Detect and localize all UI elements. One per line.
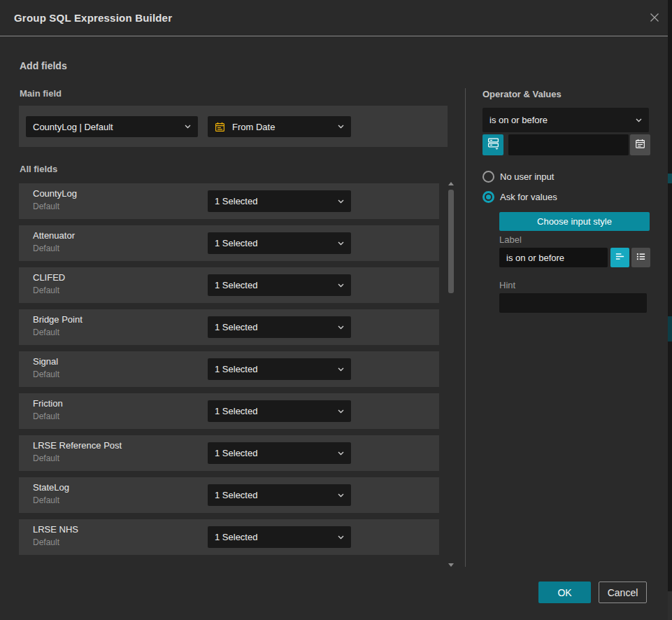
field-sublabel: Default: [33, 537, 78, 547]
all-fields-list: CountyLog Default 1 Selected Attenuator …: [19, 183, 439, 561]
hint-input[interactable]: [499, 293, 647, 313]
chevron-down-icon: [338, 367, 344, 372]
field-selection-value: 1 Selected: [215, 238, 334, 248]
field-selection-value: 1 Selected: [215, 490, 334, 500]
field-selection-dropdown[interactable]: 1 Selected: [208, 190, 351, 212]
field-row-text: Signal Default: [33, 356, 59, 379]
field-row: Signal Default 1 Selected: [19, 351, 439, 387]
main-field-row: CountyLog | Default From Date: [19, 106, 448, 147]
field-sublabel: Default: [33, 369, 59, 379]
field-selection-value: 1 Selected: [215, 280, 334, 290]
field-name: Friction: [33, 398, 63, 409]
hint-field-label: Hint: [499, 280, 515, 290]
panel-divider: [465, 88, 466, 567]
field-row: LRSE NHS Default 1 Selected: [19, 519, 439, 555]
unique-values-icon: [487, 137, 499, 153]
field-selection-value: 1 Selected: [215, 448, 334, 458]
field-row-text: LRSE Reference Post Default: [33, 440, 122, 463]
field-selection-dropdown[interactable]: 1 Selected: [208, 316, 351, 338]
main-field-label: Main field: [20, 88, 62, 99]
chevron-down-icon: [338, 125, 344, 129]
field-sublabel: Default: [33, 244, 75, 253]
field-name: LRSE Reference Post: [33, 440, 122, 451]
field-name: StateLog: [33, 482, 69, 493]
label-field-label: Label: [499, 234, 522, 245]
field-row: CountyLog Default 1 Selected: [19, 183, 439, 219]
scroll-up-arrow-icon[interactable]: [448, 182, 454, 185]
field-name: LRSE NHS: [33, 524, 78, 535]
field-selection-dropdown[interactable]: 1 Selected: [208, 484, 351, 506]
chevron-down-icon: [338, 409, 344, 414]
date-picker-button[interactable]: [630, 134, 650, 155]
field-row: Friction Default 1 Selected: [19, 393, 439, 429]
field-name: Bridge Point: [33, 314, 83, 325]
field-selection-value: 1 Selected: [215, 532, 334, 542]
scrollbar-thumb[interactable]: [448, 190, 454, 293]
field-selection-dropdown[interactable]: 1 Selected: [208, 442, 351, 464]
field-row-text: CLIFED Default: [33, 272, 65, 295]
field-selection-value: 1 Selected: [215, 364, 334, 374]
field-selection-dropdown[interactable]: 1 Selected: [208, 400, 351, 422]
field-selection-dropdown[interactable]: 1 Selected: [208, 526, 351, 548]
field-sublabel: Default: [33, 286, 65, 295]
radio-no-user-input[interactable]: No user input: [482, 171, 554, 183]
field-selection-value: 1 Selected: [215, 322, 334, 332]
operator-dropdown-value: is on or before: [489, 115, 631, 125]
field-row-text: Friction Default: [33, 398, 63, 421]
field-row-text: Attenuator Default: [33, 230, 75, 253]
field-row: LRSE Reference Post Default 1 Selected: [19, 435, 439, 471]
background-app-sliver: [668, 0, 672, 620]
single-line-input-style-button[interactable]: [610, 248, 629, 267]
radio-ask-for-values[interactable]: Ask for values: [482, 191, 557, 203]
field-row: Bridge Point Default 1 Selected: [19, 309, 439, 345]
radio-label: Ask for values: [500, 192, 557, 202]
field-row-text: LRSE NHS Default: [33, 524, 78, 547]
operator-dropdown[interactable]: is on or before: [482, 108, 649, 132]
chevron-down-icon: [338, 493, 344, 498]
unique-values-button[interactable]: [482, 134, 503, 155]
field-name: CountyLog: [33, 188, 77, 199]
field-row-text: CountyLog Default: [33, 188, 77, 211]
field-selection-value: 1 Selected: [215, 406, 334, 416]
field-selection-dropdown[interactable]: 1 Selected: [208, 274, 351, 296]
radio-circle-icon: [482, 191, 494, 203]
field-row: Attenuator Default 1 Selected: [19, 225, 439, 261]
chevron-down-icon: [338, 451, 344, 456]
group-sql-expression-builder-dialog: Group SQL Expression Builder Add fields …: [0, 0, 668, 620]
field-sublabel: Default: [33, 411, 63, 421]
field-row-text: StateLog Default: [33, 482, 69, 505]
chevron-down-icon: [636, 118, 642, 122]
all-fields-label: All fields: [20, 164, 57, 174]
chevron-down-icon: [338, 199, 344, 204]
list-scrollbar[interactable]: [448, 181, 455, 568]
scroll-down-arrow-icon[interactable]: [448, 563, 454, 567]
choose-input-style-button[interactable]: Choose input style: [499, 212, 650, 231]
field-sublabel: Default: [33, 453, 122, 463]
layer-dropdown[interactable]: CountyLog | Default: [26, 116, 198, 137]
close-button[interactable]: [648, 12, 662, 26]
background-accent: [668, 174, 672, 183]
operator-values-heading: Operator & Values: [482, 89, 562, 99]
chevron-down-icon: [338, 325, 344, 330]
background-accent: [668, 316, 672, 341]
value-input[interactable]: [508, 134, 629, 155]
main-field-dropdown[interactable]: From Date: [208, 116, 351, 137]
main-field-dropdown-value: From Date: [232, 122, 328, 132]
chevron-down-icon: [338, 535, 344, 540]
label-input[interactable]: [499, 248, 608, 267]
calendar-icon: [635, 139, 645, 152]
field-selection-value: 1 Selected: [215, 196, 334, 206]
field-selection-dropdown[interactable]: 1 Selected: [208, 232, 351, 254]
field-row: StateLog Default 1 Selected: [19, 477, 439, 513]
cancel-button[interactable]: Cancel: [599, 582, 647, 603]
add-fields-heading: Add fields: [20, 60, 67, 71]
field-sublabel: Default: [33, 327, 83, 337]
field-sublabel: Default: [33, 202, 77, 211]
list-input-style-button[interactable]: [631, 248, 650, 267]
radio-label: No user input: [500, 171, 554, 182]
bullet-list-icon: [636, 251, 646, 265]
ok-button[interactable]: OK: [538, 582, 591, 603]
field-selection-dropdown[interactable]: 1 Selected: [208, 358, 351, 380]
screen: Group SQL Expression Builder Add fields …: [0, 0, 672, 620]
background-accent: [668, 591, 672, 620]
